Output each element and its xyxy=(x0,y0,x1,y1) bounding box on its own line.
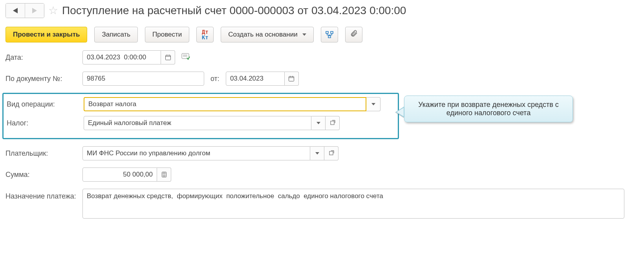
label-amount: Сумма: xyxy=(5,167,82,179)
operation-type-select[interactable] xyxy=(84,97,366,111)
structure-icon xyxy=(326,31,333,39)
label-payer: Плательщик: xyxy=(5,146,82,158)
doc-number-input[interactable] xyxy=(82,72,204,86)
show-movements-button[interactable]: Дт Кт xyxy=(196,27,214,42)
nav-forward-button[interactable] xyxy=(25,4,44,18)
svg-point-22 xyxy=(164,176,165,177)
nav-back-button[interactable] xyxy=(6,4,25,18)
label-doc-date-from: от: xyxy=(210,75,220,83)
label-purpose: Назначение платежа: xyxy=(5,189,82,201)
document-form: ☆ Поступление на расчетный счет 0000-000… xyxy=(0,0,644,229)
row-purpose: Назначение платежа: xyxy=(5,189,639,219)
calendar-icon xyxy=(165,54,171,61)
payer-select[interactable] xyxy=(82,146,310,160)
open-icon xyxy=(329,120,336,126)
svg-rect-0 xyxy=(326,31,328,33)
date-calendar-button[interactable] xyxy=(161,50,175,64)
chevron-down-icon xyxy=(317,122,320,124)
tax-dropdown-button[interactable] xyxy=(311,116,326,130)
title-bar: ☆ Поступление на расчетный счет 0000-000… xyxy=(5,3,639,18)
callout-tooltip: Укажите при возврате денежных средств с … xyxy=(404,96,573,122)
svg-rect-3 xyxy=(165,55,170,60)
page-title: Поступление на расчетный счет 0000-00000… xyxy=(62,4,406,17)
label-date: Дата: xyxy=(5,50,82,62)
row-amount: Сумма: xyxy=(5,167,639,182)
calendar-icon xyxy=(288,75,295,82)
callout-text: Укажите при возврате денежных средств с … xyxy=(404,96,573,122)
payer-open-button[interactable] xyxy=(324,146,338,160)
svg-point-19 xyxy=(164,175,165,175)
arrow-right-icon xyxy=(32,8,37,13)
amount-calculator-button[interactable] xyxy=(157,167,171,182)
row-doc-number: По документу №: от: xyxy=(5,72,639,86)
amount-input[interactable] xyxy=(82,167,157,182)
svg-rect-17 xyxy=(163,173,166,174)
chevron-down-icon xyxy=(315,152,319,155)
post-and-close-button[interactable]: Провести и закрыть xyxy=(5,27,87,42)
command-bar: Провести и закрыть Записать Провести Дт … xyxy=(5,27,639,42)
operation-type-dropdown-button[interactable] xyxy=(366,97,381,111)
create-on-basis-label: Создать на основании xyxy=(228,31,297,39)
date-input[interactable] xyxy=(82,50,161,64)
structure-button[interactable] xyxy=(321,27,338,42)
favorite-star-icon[interactable]: ☆ xyxy=(48,5,58,16)
row-tax: Налог: xyxy=(7,116,395,130)
svg-point-20 xyxy=(165,175,165,175)
callout-tail-icon xyxy=(395,107,404,118)
create-on-basis-button[interactable]: Создать на основании xyxy=(221,27,313,42)
svg-rect-10 xyxy=(289,77,294,81)
svg-point-23 xyxy=(165,176,165,177)
svg-rect-1 xyxy=(331,31,333,33)
open-icon xyxy=(328,150,335,156)
svg-rect-15 xyxy=(329,151,333,155)
svg-rect-14 xyxy=(331,121,334,125)
arrow-left-icon xyxy=(13,8,18,13)
svg-point-21 xyxy=(163,176,163,177)
row-payer: Плательщик: xyxy=(5,146,639,160)
row-operation-type: Вид операции: xyxy=(7,97,395,111)
attachments-button[interactable] xyxy=(345,27,362,42)
post-button[interactable]: Провести xyxy=(145,27,189,42)
tax-open-button[interactable] xyxy=(326,116,340,130)
svg-point-18 xyxy=(163,175,163,175)
payer-dropdown-button[interactable] xyxy=(310,146,324,160)
label-doc-number: По документу №: xyxy=(5,72,82,83)
purpose-textarea[interactable] xyxy=(82,189,624,219)
nav-history-group xyxy=(5,3,44,18)
paperclip-icon xyxy=(350,29,358,40)
dtkt-icon: Дт Кт xyxy=(202,29,209,40)
doc-date-input[interactable] xyxy=(226,72,285,86)
chevron-down-icon xyxy=(371,103,375,105)
label-tax: Налог: xyxy=(7,116,84,127)
row-date: Дата: xyxy=(5,50,639,64)
bank-statement-icon[interactable] xyxy=(181,53,190,62)
svg-rect-2 xyxy=(328,36,331,38)
save-button[interactable]: Записать xyxy=(94,27,138,42)
tax-select[interactable] xyxy=(84,116,311,130)
label-operation-type: Вид операции: xyxy=(7,97,84,109)
doc-date-calendar-button[interactable] xyxy=(285,72,299,86)
calculator-icon xyxy=(161,171,167,178)
chevron-down-icon xyxy=(302,33,306,36)
highlight-zone: Вид операции: Налог: xyxy=(2,93,399,139)
